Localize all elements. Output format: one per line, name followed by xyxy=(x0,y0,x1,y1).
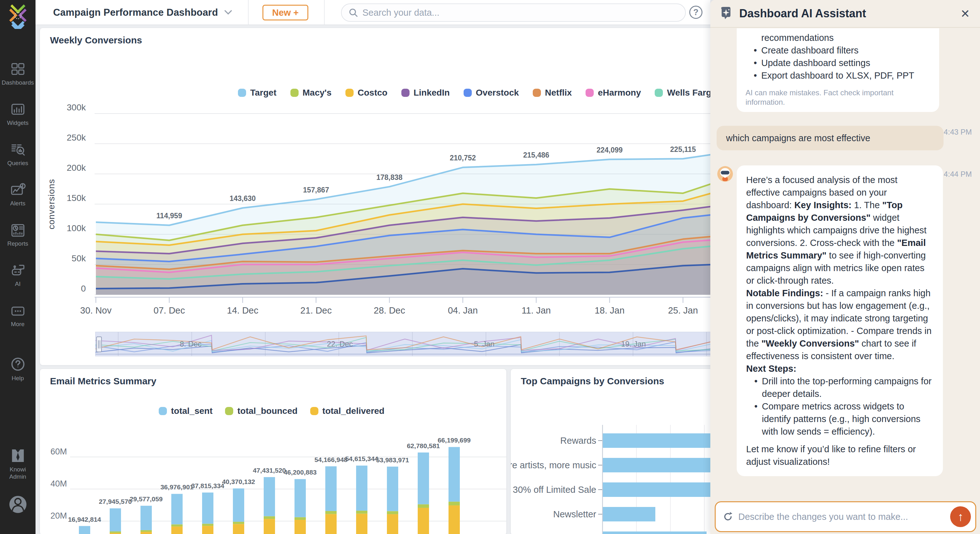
campaign-bar[interactable] xyxy=(603,482,713,497)
svg-text:Rewards: Rewards xyxy=(560,435,596,446)
sidebar-item-label: Reports xyxy=(0,240,35,247)
svg-text:46,200,883: 46,200,883 xyxy=(283,469,317,476)
ai-bullet-item: •Update dashboard settings xyxy=(746,57,930,69)
ai-panel-title: Dashboard AI Assistant xyxy=(739,7,866,20)
search-input[interactable]: Search your data... xyxy=(341,3,686,22)
sidebar-item-queries[interactable]: Queries xyxy=(0,142,35,167)
svg-text:47,431,520: 47,431,520 xyxy=(253,467,286,474)
topbar-divider xyxy=(248,0,249,24)
email-bar xyxy=(356,465,368,534)
svg-text:0: 0 xyxy=(81,284,86,293)
svg-text:60M: 60M xyxy=(50,447,67,456)
legend-label: LinkedIn xyxy=(414,88,450,98)
svg-text:100k: 100k xyxy=(67,223,86,233)
legend-label: total_bounced xyxy=(237,406,298,416)
chart-range-navigator[interactable]: 8. Dec22. Dec5. Jan19. Jan xyxy=(95,332,713,356)
dashboard-title-dropdown[interactable]: Campaign Performance Dashboard xyxy=(53,7,232,18)
user-message-text: which campaigns are most effective xyxy=(726,133,870,143)
campaign-bar[interactable] xyxy=(603,531,706,534)
svg-text:40,370,132: 40,370,132 xyxy=(222,478,255,485)
weekly-legend: TargetMacy'sCostcoLinkedInOverstockNetfl… xyxy=(238,88,713,98)
campaign-bar[interactable] xyxy=(603,434,713,448)
new-button[interactable]: New + xyxy=(262,5,308,21)
legend-swatch xyxy=(345,89,353,97)
sidebar: DashboardsWidgetsQueriesAlertsReportsAIM… xyxy=(0,0,35,534)
help-icon xyxy=(0,356,35,372)
refresh-icon[interactable] xyxy=(722,512,733,522)
legend-label: Netflix xyxy=(545,88,572,98)
search-icon xyxy=(348,8,358,17)
sidebar-item-label: AI xyxy=(0,280,35,287)
ai-reply-paragraph: Let me know if you’d like to refine filt… xyxy=(746,443,934,468)
ai-reply-paragraph: Here’s a focused analysis of the most ef… xyxy=(746,174,934,287)
legend-item[interactable]: Wells Fargo xyxy=(655,88,713,98)
email-metrics-chart[interactable]: 60M40M20M16,942,81427,945,57029,577,0593… xyxy=(40,369,507,534)
weekly-conversions-panel: Weekly Conversions TargetMacy'sCostcoLin… xyxy=(40,28,713,365)
legend-item[interactable]: LinkedIn xyxy=(401,88,450,98)
sidebar-item-ai[interactable]: AI xyxy=(0,263,35,287)
svg-text:04. Jan: 04. Jan xyxy=(448,305,478,316)
send-button[interactable]: ↑ xyxy=(950,506,971,527)
legend-item[interactable]: eHarmony xyxy=(585,88,641,98)
user-avatar[interactable] xyxy=(0,494,35,515)
sidebar-item-more[interactable]: More xyxy=(0,303,35,328)
ai-icon xyxy=(0,263,35,278)
sidebar-item-label: Dashboards xyxy=(0,79,35,86)
legend-item[interactable]: total_delivered xyxy=(310,406,385,416)
legend-item[interactable]: Costco xyxy=(345,88,388,98)
chevron-down-icon xyxy=(224,10,232,15)
svg-text:40M: 40M xyxy=(50,479,67,488)
legend-label: Macy's xyxy=(303,88,332,98)
email-bar xyxy=(233,488,244,534)
navigator-date-label: 5. Jan xyxy=(474,340,495,349)
app-root: DashboardsWidgetsQueriesAlertsReportsAIM… xyxy=(0,0,980,534)
svg-text:150k: 150k xyxy=(67,193,86,203)
email-bar xyxy=(171,494,183,534)
svg-text:Newsletter: Newsletter xyxy=(553,509,596,519)
sidebar-item-label: More xyxy=(0,320,35,328)
sidebar-item-alerts[interactable]: Alerts xyxy=(0,182,35,207)
sidebar-item-help[interactable]: Help xyxy=(0,356,35,382)
sidebar-item-reports[interactable]: Reports xyxy=(0,223,35,247)
email-bar xyxy=(79,526,90,534)
legend-item[interactable]: Netflix xyxy=(533,88,572,98)
user-message-bubble: which campaigns are most effective xyxy=(717,126,943,150)
svg-text:54,615,344: 54,615,344 xyxy=(345,455,378,462)
svg-text:16,942,814: 16,942,814 xyxy=(68,516,101,523)
svg-text:37,815,334: 37,815,334 xyxy=(191,482,224,489)
sidebar-item-admin[interactable]: Knowi Admin xyxy=(0,448,35,480)
legend-item[interactable]: Overstock xyxy=(464,88,519,98)
top-campaigns-title: Top Campaigns by Conversions xyxy=(521,376,664,386)
ai-assistant-panel: Dashboard AI Assistant ✕ recommendations… xyxy=(710,0,980,534)
top-bar: Campaign Performance Dashboard New + Sea… xyxy=(35,0,710,25)
knowi-logo[interactable] xyxy=(8,5,28,29)
legend-item[interactable]: Target xyxy=(238,88,277,98)
close-icon[interactable]: ✕ xyxy=(961,8,970,20)
message-timestamp: 4:44 PM xyxy=(944,170,972,179)
sidebar-item-widgets[interactable]: Widgets xyxy=(0,102,35,126)
email-legend: total_senttotal_bouncedtotal_delivered xyxy=(159,406,384,416)
campaign-bar[interactable] xyxy=(603,458,713,472)
email-bar xyxy=(418,453,429,534)
legend-swatch xyxy=(225,407,233,415)
sidebar-item-dashboards[interactable]: Dashboards xyxy=(0,62,35,86)
campaign-bar[interactable] xyxy=(603,507,655,521)
weekly-conversions-chart[interactable]: 300k250k200k150k100k50k0conversions30. N… xyxy=(40,28,713,365)
legend-label: eHarmony xyxy=(598,88,641,98)
ai-reply-bullet: •Compare metrics across widgets to ident… xyxy=(746,400,934,438)
svg-text:250k: 250k xyxy=(67,133,86,142)
legend-item[interactable]: Macy's xyxy=(290,88,332,98)
legend-swatch xyxy=(401,89,410,97)
legend-item[interactable]: total_bounced xyxy=(225,406,298,416)
ai-reply-bullet: •Drill into the top-performing campaigns… xyxy=(746,375,934,400)
top-campaigns-chart[interactable]: RewardsMore artists, more music30% off L… xyxy=(511,369,713,534)
legend-label: total_delivered xyxy=(323,406,385,416)
svg-text:25. Jan: 25. Jan xyxy=(668,305,698,316)
svg-text:114,959: 114,959 xyxy=(156,212,182,220)
legend-item[interactable]: total_sent xyxy=(159,406,212,416)
svg-text:30. Nov: 30. Nov xyxy=(80,305,111,316)
svg-text:27,945,570: 27,945,570 xyxy=(99,498,132,505)
navigator-left-handle[interactable] xyxy=(96,336,102,352)
ai-chat-input[interactable]: Describe the changes you want to make...… xyxy=(715,501,976,532)
help-circle-icon[interactable]: ? xyxy=(689,6,702,19)
